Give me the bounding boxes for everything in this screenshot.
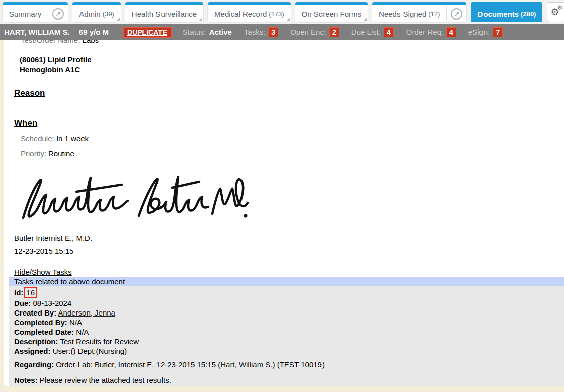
duplicate-button[interactable]: DUPLICATE xyxy=(123,27,172,38)
tab-health-surveillance-label: Health Surveillance xyxy=(125,10,203,18)
reason-heading: Reason xyxy=(14,88,564,98)
tab-divider xyxy=(446,7,447,21)
patient-header-bar: HART, WILLIAM S. 69 y/o M DUPLICATE Stat… xyxy=(0,24,564,40)
task-completed-date-line: Completed Date: N/A xyxy=(14,327,564,337)
tab-accent-strip xyxy=(125,2,203,5)
priority-line: Priority: Routine xyxy=(14,149,564,159)
tab-on-screen-forms[interactable]: On Screen Forms xyxy=(295,2,368,22)
tab-medical-record[interactable]: Medical Record (173) xyxy=(208,2,291,22)
priority-value: Routine xyxy=(48,149,74,158)
task-completed-by-value: N/A xyxy=(69,318,82,327)
tab-accent-strip xyxy=(3,2,68,5)
tab-accent-strip xyxy=(471,2,542,5)
open-enc-count-badge[interactable]: 2 xyxy=(329,27,339,37)
dropdown-fold-icon xyxy=(363,18,367,21)
task-description-label: Description: xyxy=(14,337,58,346)
tab-medical-record-count: (173) xyxy=(269,10,290,18)
task-notes-value: Please review the attached test results. xyxy=(40,376,171,384)
task-created-by-label: Created By: xyxy=(14,308,56,317)
tab-admin[interactable]: Admin (39) xyxy=(72,2,121,22)
task-completed-date-value: N/A xyxy=(76,328,89,336)
task-notes-label: Notes: xyxy=(14,376,38,384)
esign-count-badge[interactable]: 7 xyxy=(493,27,503,37)
test-order-name-line: Test/Order Name: Labs xyxy=(14,40,564,45)
tasks-count-badge[interactable]: 3 xyxy=(268,27,278,37)
task-id-line: Id:16 xyxy=(14,287,564,298)
tab-documents-count: (280) xyxy=(521,10,542,18)
tasks-section-header: Tasks related to above document xyxy=(9,277,564,286)
hide-show-tasks-link[interactable]: Hide/Show Tasks xyxy=(14,267,72,277)
schedule-label: Schedule: xyxy=(21,134,54,143)
tab-needs-signed[interactable]: Needs Signed (12) ↗ xyxy=(372,2,466,22)
order-line-lipid: (80061) Lipid Profile xyxy=(20,55,564,65)
task-id-link[interactable]: 16 xyxy=(26,288,35,297)
tab-summary-label: Summary xyxy=(3,10,48,18)
signer-name: Butler Internist E., M.D. xyxy=(14,233,564,243)
task-regarding-text-before: Order-Lab: Butler, Internist E. 12-23-20… xyxy=(56,360,220,369)
task-description-value: Test Results for Review xyxy=(60,337,139,346)
tab-needs-signed-count: (12) xyxy=(428,10,446,18)
task-assigned-label: Assigned: xyxy=(14,347,51,355)
task-notes-line: Notes: Please review the attached test r… xyxy=(14,375,564,385)
schedule-line: Schedule: In 1 week xyxy=(14,134,564,143)
task-regarding-text-after: ) (TEST-10019) xyxy=(273,360,325,369)
document-viewer-background: Test/Order Name: Labs (80061) Lipid Prof… xyxy=(0,40,564,392)
tab-accent-strip xyxy=(295,2,368,5)
open-enc-label: Open Enc: xyxy=(290,28,326,36)
task-due-line: Due: 08-13-2024 xyxy=(14,298,564,308)
order-req-count-badge[interactable]: 4 xyxy=(446,27,456,37)
task-description-line: Description: Test Results for Review xyxy=(14,337,564,346)
task-regarding-line: Regarding: Order-Lab: Butler, Internist … xyxy=(14,360,564,369)
annotation-highlight-box: 16 xyxy=(24,287,37,298)
signature-image xyxy=(12,170,253,230)
popout-arrow-icon[interactable]: ↗ xyxy=(451,8,462,20)
settings-button[interactable]: ⚙ ⚙ xyxy=(547,2,564,22)
tasks-section: Hide/Show Tasks Tasks related to above d… xyxy=(4,267,564,386)
status-label: Status: xyxy=(183,28,206,36)
esign-label: eSign: xyxy=(468,28,490,36)
due-list-count-badge[interactable]: 4 xyxy=(384,27,394,37)
dropdown-fold-icon xyxy=(116,18,120,21)
due-list-label: Due List: xyxy=(351,28,381,36)
status-value: Active xyxy=(209,28,232,36)
gear-small-icon: ⚙ xyxy=(557,5,563,11)
popout-arrow-icon[interactable]: ↗ xyxy=(52,8,64,20)
tasks-label: Tasks: xyxy=(244,28,266,36)
tab-summary[interactable]: Summary ↗ xyxy=(3,2,68,22)
task-details: Id:16 Due: 08-13-2024 Created By: Anders… xyxy=(9,286,564,386)
test-order-label: Test/Order Name: xyxy=(21,40,80,44)
task-due-label: Due: xyxy=(14,299,31,307)
document-page: Test/Order Name: Labs (80061) Lipid Prof… xyxy=(4,40,564,386)
tab-divider xyxy=(48,7,48,21)
schedule-value: In 1 week xyxy=(56,134,89,143)
document-body: Test/Order Name: Labs (80061) Lipid Prof… xyxy=(4,40,564,256)
tab-health-surveillance[interactable]: Health Surveillance xyxy=(125,2,203,22)
tab-documents-active[interactable]: Documents (280) xyxy=(471,2,542,22)
tab-on-screen-forms-label: On Screen Forms xyxy=(295,10,368,18)
ordered-tests: (80061) Lipid Profile Hemoglobin A1C xyxy=(14,55,564,75)
tab-accent-strip xyxy=(208,2,291,5)
dropdown-fold-icon xyxy=(286,18,290,21)
task-assigned-value: User:() Dept:(Nursing) xyxy=(53,347,127,355)
section-divider xyxy=(13,109,564,109)
tab-admin-count: (39) xyxy=(103,10,121,18)
created-by-user-link[interactable]: Anderson, Jenna xyxy=(58,308,115,317)
tab-medical-record-label: Medical Record xyxy=(208,10,273,18)
task-completed-by-line: Completed By: N/A xyxy=(14,318,564,327)
tab-needs-signed-label: Needs Signed xyxy=(372,10,433,18)
task-regarding-label: Regarding: xyxy=(14,360,54,369)
regarding-patient-link[interactable]: Hart, William S. xyxy=(220,360,272,369)
order-req-label: Order Req: xyxy=(406,28,443,36)
task-assigned-line: Assigned: User:() Dept:(Nursing) xyxy=(14,346,564,356)
tab-admin-label: Admin xyxy=(72,10,107,18)
dropdown-fold-icon xyxy=(199,18,202,21)
task-id-label: Id: xyxy=(14,288,23,297)
task-completed-date-label: Completed Date: xyxy=(14,328,74,336)
tab-documents-label: Documents xyxy=(471,10,525,18)
task-completed-by-label: Completed By: xyxy=(14,318,67,327)
tab-accent-strip xyxy=(72,2,121,5)
when-heading: When xyxy=(14,118,564,128)
signed-datetime: 12-23-2015 15:15 xyxy=(14,246,564,256)
priority-label: Priority: xyxy=(21,149,46,158)
tab-accent-strip xyxy=(372,2,466,5)
